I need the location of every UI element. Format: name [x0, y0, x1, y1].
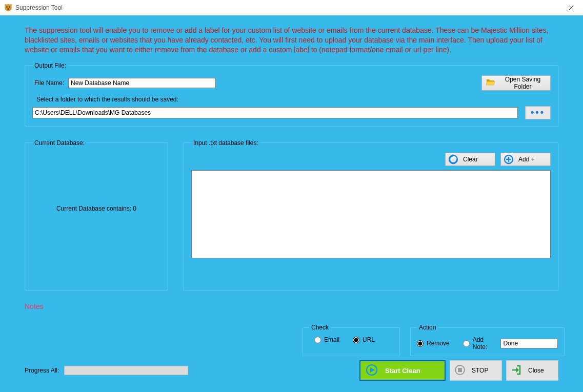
start-clean-button[interactable]: Start Clean	[359, 360, 446, 381]
svg-point-3	[7, 8, 9, 9]
add-file-button[interactable]: Add +	[500, 153, 551, 166]
progress-label: Progress All:	[25, 367, 59, 374]
input-files-listbox[interactable]	[191, 170, 551, 258]
check-email-radio[interactable]: Email	[314, 336, 339, 343]
open-saving-folder-button[interactable]: Open Saving Folder	[481, 75, 551, 91]
clear-button-label: Clear	[463, 156, 478, 163]
check-url-radio[interactable]: URL	[353, 336, 375, 343]
start-clean-label: Start Clean	[385, 367, 420, 375]
current-database-legend: Current Database:	[32, 139, 87, 147]
undo-icon	[448, 154, 459, 164]
input-files-group: Input .txt database files: Clear	[184, 139, 558, 291]
addnote-input[interactable]	[500, 339, 558, 348]
stop-label: STOP	[472, 367, 488, 374]
output-folder-input[interactable]	[32, 107, 518, 118]
svg-point-1	[6, 6, 7, 7]
filename-label: File Name:	[34, 79, 64, 87]
action-addnote-radio[interactable]: Add Note:	[463, 336, 488, 350]
check-email-label: Email	[324, 336, 339, 343]
ellipsis-icon: •••	[531, 107, 545, 118]
close-button[interactable]: Close	[506, 360, 558, 381]
svg-rect-12	[458, 368, 462, 372]
progress-bar	[64, 366, 188, 375]
notes-link[interactable]: Notes	[25, 302, 558, 311]
action-group: Action Remove Add Note:	[410, 324, 565, 356]
filename-input[interactable]	[68, 78, 216, 88]
action-legend: Action	[417, 324, 438, 331]
action-remove-radio[interactable]: Remove	[417, 340, 450, 347]
stop-button[interactable]: STOP	[450, 360, 502, 381]
output-file-group: Output File: File Name: Open Saving Fold…	[25, 62, 558, 127]
folder-open-icon	[486, 78, 495, 88]
titlebar: Suppression Tool	[0, 0, 583, 15]
window-title: Suppression Tool	[15, 4, 63, 11]
current-database-status: Current Database contains: 0	[56, 205, 136, 212]
add-file-button-label: Add +	[518, 156, 535, 163]
svg-point-4	[5, 4, 7, 6]
app-icon	[4, 4, 12, 12]
clear-button[interactable]: Clear	[445, 153, 495, 166]
exit-icon	[511, 364, 522, 377]
svg-marker-10	[370, 367, 375, 373]
svg-point-2	[9, 6, 10, 7]
check-url-label: URL	[363, 336, 375, 343]
open-saving-folder-label: Open Saving Folder	[499, 76, 546, 90]
output-file-legend: Output File:	[32, 62, 68, 69]
plus-circle-icon	[503, 154, 514, 164]
svg-marker-13	[516, 367, 519, 373]
close-label: Close	[528, 367, 544, 374]
action-remove-label: Remove	[427, 340, 450, 347]
action-addnote-label: Add Note:	[473, 336, 488, 350]
check-group: Check Email URL	[303, 324, 400, 356]
current-database-group: Current Database: Current Database conta…	[25, 139, 168, 291]
input-files-legend: Input .txt database files:	[191, 139, 260, 147]
play-circle-icon	[366, 364, 378, 378]
svg-point-5	[10, 4, 12, 6]
check-legend: Check	[309, 324, 331, 331]
window-close-button[interactable]	[559, 0, 583, 15]
intro-text: The suppression tool will enable you to …	[25, 26, 558, 55]
app-window: Suppression Tool The suppression tool wi…	[0, 0, 583, 392]
folder-hint: Select a folder to which the results sho…	[36, 96, 551, 103]
stop-circle-icon	[454, 364, 466, 377]
browse-folder-button[interactable]: •••	[525, 106, 551, 119]
content-area: The suppression tool will enable you to …	[0, 15, 583, 392]
